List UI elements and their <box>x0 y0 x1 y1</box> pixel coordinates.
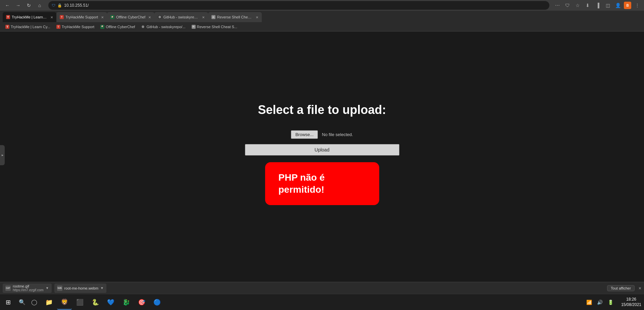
tab-thm-close[interactable]: × <box>50 15 53 20</box>
download-gif-url: https://im7.ezgif.com <box>13 288 44 292</box>
page-title: Select a file to upload: <box>258 103 386 117</box>
download-item-gif[interactable]: GIF rootme.gif https://im7.ezgif.com ▼ <box>3 284 52 293</box>
home-button[interactable]: ⌂ <box>35 1 44 10</box>
bookmark-thm-label: TryHackMe | Learn Cy... <box>11 25 50 29</box>
bookmark-chef-label: Offline CyberChef <box>106 25 135 29</box>
sidebar-icon[interactable]: ▐ <box>594 1 602 9</box>
bookmark-github[interactable]: ⚙ GitHub - swisskyrepo/... <box>138 24 188 29</box>
back-button[interactable]: ← <box>3 1 12 10</box>
download-webm-name: root-me-home.webm <box>64 286 98 290</box>
taskbar-app-kali[interactable]: 🐉 <box>119 295 134 310</box>
bookmark-chef[interactable]: 🍳 Offline CyberChef <box>98 24 138 29</box>
star-icon[interactable]: ☆ <box>574 1 582 9</box>
tray-battery-icon[interactable]: 🔋 <box>606 294 616 310</box>
cortana-icon: ◯ <box>31 299 37 305</box>
bookmark-chef-favicon: 🍳 <box>100 25 104 29</box>
more-options-icon[interactable]: ⋯ <box>553 1 561 9</box>
taskbar-clock[interactable]: 18:26 15/08/2021 <box>618 297 644 307</box>
taskbar-app-brave[interactable]: 🦁 <box>57 295 72 310</box>
refresh-button[interactable]: ↻ <box>24 1 34 10</box>
extensions-icon[interactable]: ⋮ <box>633 1 641 9</box>
forward-button[interactable]: → <box>13 1 23 10</box>
downloads-close-button[interactable]: × <box>639 286 641 291</box>
error-message: PHP não é permitido! <box>279 172 325 195</box>
terminal-icon: ⬛ <box>76 299 84 306</box>
taskbar-app-file-explorer[interactable]: 📁 <box>42 295 56 310</box>
page-content: Select a file to upload: Browse... No fi… <box>0 32 644 310</box>
tab-thm-favicon: T <box>6 15 10 19</box>
vscode-icon: 💙 <box>107 299 114 306</box>
bookmark-github-favicon: ⚙ <box>141 25 145 29</box>
tray-volume-icon[interactable]: 🔊 <box>595 294 605 310</box>
tab-github-close[interactable]: × <box>202 15 205 20</box>
bookmark-thm[interactable]: T TryHackMe | Learn Cy... <box>3 24 53 29</box>
tout-afficher-button[interactable]: Tout afficher <box>607 285 635 291</box>
bookmark-reverse-favicon: R <box>192 25 196 29</box>
taskbar-app-terminal[interactable]: ⬛ <box>72 295 87 310</box>
clock-date: 15/08/2021 <box>621 302 641 308</box>
bookmark-support[interactable]: T TryHackMe Support <box>54 24 97 29</box>
taskbar-app-extra1[interactable]: 🎯 <box>134 295 149 310</box>
taskbar: ⊞ 🔍 ◯ 📁 🦁 ⬛ 🐍 💙 🐉 🎯 🔵 📶 <box>0 294 644 310</box>
shield-toolbar-icon[interactable]: 🛡 <box>563 1 572 9</box>
tab-github[interactable]: ⚙ GitHub - swisskyrepo/... × <box>154 12 208 22</box>
extra2-icon: 🔵 <box>153 299 161 306</box>
tab-groups-icon[interactable]: ◫ <box>604 1 612 9</box>
tray-network-icon[interactable]: 📶 <box>584 294 594 310</box>
browser-tabs: T TryHackMe | Learn Cy... × T TryHackMe … <box>0 11 644 22</box>
shield-icon: 🛡 <box>52 3 55 7</box>
side-panel-handle[interactable]: ▸ <box>0 145 5 165</box>
extra1-icon: 🎯 <box>138 299 145 306</box>
download-webm-chevron[interactable]: ▼ <box>100 286 104 290</box>
error-box: PHP não é permitido! <box>265 162 379 205</box>
bookmark-thm-favicon: T <box>5 25 9 29</box>
bookmark-support-label: TryHackMe Support <box>62 25 94 29</box>
tab-reverse[interactable]: R Reverse Shell Cheat S... × <box>208 12 262 22</box>
bookmark-reverse[interactable]: R Reverse Shell Cheat S... <box>189 24 240 29</box>
cortana-button[interactable]: ◯ <box>28 294 40 310</box>
browser-controls: ← → ↻ ⌂ <box>3 1 44 10</box>
taskbar-tray: 📶 🔊 🔋 <box>582 294 618 310</box>
tab-support-title: TryHackMe Support <box>65 15 98 19</box>
tab-reverse-title: Reverse Shell Cheat S... <box>217 15 253 19</box>
browse-button[interactable]: Browse... <box>291 130 318 139</box>
taskbar-app-extra2[interactable]: 🔵 <box>150 295 164 310</box>
lock-icon: 🔒 <box>57 3 62 8</box>
tab-reverse-favicon: R <box>211 15 215 19</box>
taskbar-apps: 📁 🦁 ⬛ 🐍 💙 🐉 🎯 🔵 <box>40 295 582 310</box>
tab-support-favicon: T <box>60 15 64 19</box>
profile-icon[interactable]: 👤 <box>614 1 622 9</box>
download-icon[interactable]: ⬇ <box>584 1 592 9</box>
taskbar-app-snake[interactable]: 🐍 <box>88 295 103 310</box>
search-button[interactable]: 🔍 <box>16 294 28 310</box>
clock-time: 18:26 <box>621 297 641 302</box>
address-text: 10.10.255.51/ <box>64 3 89 8</box>
download-gif-chevron[interactable]: ▼ <box>46 286 49 290</box>
tab-github-favicon: ⚙ <box>158 15 162 19</box>
upload-button[interactable]: Upload <box>245 144 399 156</box>
tab-chef-title: Offline CyberChef <box>116 15 145 19</box>
address-bar[interactable]: 🛡 🔒 10.10.255.51/ <box>48 1 549 10</box>
kali-icon: 🐉 <box>122 299 130 306</box>
search-icon: 🔍 <box>19 299 26 305</box>
bookmark-reverse-label: Reverse Shell Cheat S... <box>197 25 237 29</box>
start-button[interactable]: ⊞ <box>0 294 16 310</box>
taskbar-app-vscode[interactable]: 💙 <box>103 295 118 310</box>
download-item-webm[interactable]: WB root-me-home.webm ▼ <box>54 284 106 293</box>
burp-suite-icon[interactable]: B <box>624 2 631 9</box>
downloads-bar: GIF rootme.gif https://im7.ezgif.com ▼ W… <box>0 282 644 294</box>
tab-chef-close[interactable]: × <box>148 15 151 20</box>
tab-reverse-close[interactable]: × <box>256 15 258 20</box>
tab-support-close[interactable]: × <box>101 15 104 20</box>
tab-thm-title: TryHackMe | Learn Cy... <box>12 15 47 19</box>
tab-chef[interactable]: 🍳 Offline CyberChef × <box>107 12 154 22</box>
download-webm-info: root-me-home.webm <box>64 286 98 290</box>
snake-icon: 🐍 <box>92 299 99 306</box>
download-gif-icon: GIF <box>5 286 11 291</box>
download-gif-info: rootme.gif https://im7.ezgif.com <box>13 284 44 292</box>
download-gif-name: rootme.gif <box>13 284 44 288</box>
tab-thm[interactable]: T TryHackMe | Learn Cy... × <box>3 12 56 22</box>
download-webm-icon: WB <box>57 286 62 291</box>
tab-support[interactable]: T TryHackMe Support × <box>56 12 107 22</box>
tab-github-title: GitHub - swisskyrepo/... <box>163 15 199 19</box>
